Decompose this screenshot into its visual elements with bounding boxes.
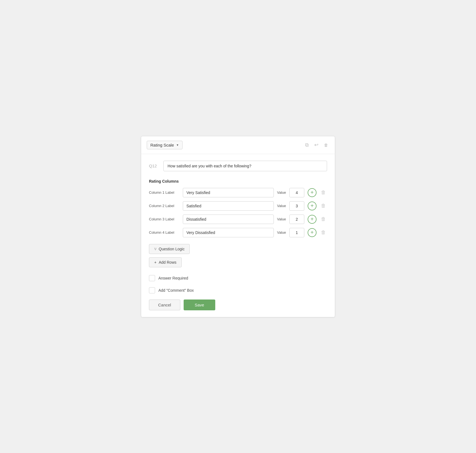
- value-label-2: Value: [277, 204, 286, 208]
- add-rows-label: Add Rows: [159, 260, 176, 265]
- column-row-3: Column 3 Label Value + 🗑: [149, 215, 327, 224]
- column-4-value-input[interactable]: [289, 228, 304, 237]
- column-row-1: Column 1 Label Value + 🗑: [149, 188, 327, 197]
- delete-column-4-button[interactable]: 🗑: [320, 229, 327, 236]
- add-column-2-button[interactable]: +: [308, 202, 317, 210]
- question-row: Q12: [149, 161, 327, 171]
- value-label-3: Value: [277, 217, 286, 221]
- delete-column-2-button[interactable]: 🗑: [320, 202, 327, 209]
- rating-scale-card: Rating Scale ▼ ⧉ ↩ 🗑 Q12 Rating Columns …: [141, 136, 335, 317]
- column-row-4: Column 4 Label Value + 🗑: [149, 228, 327, 237]
- delete-column-3-button[interactable]: 🗑: [320, 216, 327, 223]
- type-dropdown[interactable]: Rating Scale ▼: [147, 141, 183, 149]
- add-comment-checkbox[interactable]: [149, 287, 155, 293]
- value-label-1: Value: [277, 190, 286, 195]
- question-input[interactable]: [163, 161, 327, 171]
- logic-icon: ⑂: [154, 247, 156, 251]
- question-logic-label: Question Logic: [159, 247, 184, 251]
- delete-button[interactable]: 🗑: [323, 142, 329, 148]
- column-1-value-input[interactable]: [289, 188, 304, 197]
- add-column-3-button[interactable]: +: [308, 215, 317, 224]
- answer-required-row: Answer Required: [149, 275, 327, 281]
- cancel-button[interactable]: Cancel: [149, 300, 180, 310]
- column-4-label: Column 4 Label: [149, 230, 179, 235]
- column-1-label: Column 1 Label: [149, 190, 179, 195]
- card-body: Q12 Rating Columns Column 1 Label Value …: [141, 154, 335, 317]
- plus-icon: +: [154, 260, 156, 265]
- column-1-text-input[interactable]: [183, 188, 274, 197]
- column-2-value-input[interactable]: [289, 201, 304, 211]
- value-label-4: Value: [277, 230, 286, 235]
- column-2-text-input[interactable]: [183, 201, 274, 211]
- action-buttons: ⑂ Question Logic + Add Rows: [149, 244, 327, 267]
- save-button[interactable]: Save: [184, 300, 215, 310]
- add-comment-box-row: Add "Comment" Box: [149, 287, 327, 293]
- column-2-label: Column 2 Label: [149, 204, 179, 208]
- question-number: Q12: [149, 163, 159, 168]
- type-dropdown-label: Rating Scale: [150, 143, 174, 147]
- footer-buttons: Cancel Save: [149, 300, 327, 310]
- card-header: Rating Scale ▼ ⧉ ↩ 🗑: [141, 136, 335, 154]
- add-column-1-button[interactable]: +: [308, 188, 317, 197]
- answer-required-label: Answer Required: [158, 276, 188, 280]
- add-column-4-button[interactable]: +: [308, 228, 317, 237]
- copy-button[interactable]: ⧉: [304, 142, 310, 149]
- add-rows-button[interactable]: + Add Rows: [149, 257, 182, 267]
- section-title: Rating Columns: [149, 179, 327, 183]
- column-3-value-input[interactable]: [289, 215, 304, 224]
- column-3-label: Column 3 Label: [149, 217, 179, 221]
- column-row-2: Column 2 Label Value + 🗑: [149, 201, 327, 211]
- answer-required-checkbox[interactable]: [149, 275, 155, 281]
- add-comment-label: Add "Comment" Box: [158, 288, 194, 293]
- header-icon-group: ⧉ ↩ 🗑: [304, 141, 329, 149]
- question-logic-button[interactable]: ⑂ Question Logic: [149, 244, 190, 254]
- column-3-text-input[interactable]: [183, 215, 274, 224]
- undo-button[interactable]: ↩: [313, 141, 320, 149]
- delete-column-1-button[interactable]: 🗑: [320, 189, 327, 196]
- rating-columns-section: Rating Columns Column 1 Label Value + 🗑 …: [149, 179, 327, 237]
- column-4-text-input[interactable]: [183, 228, 274, 237]
- chevron-down-icon: ▼: [176, 144, 179, 147]
